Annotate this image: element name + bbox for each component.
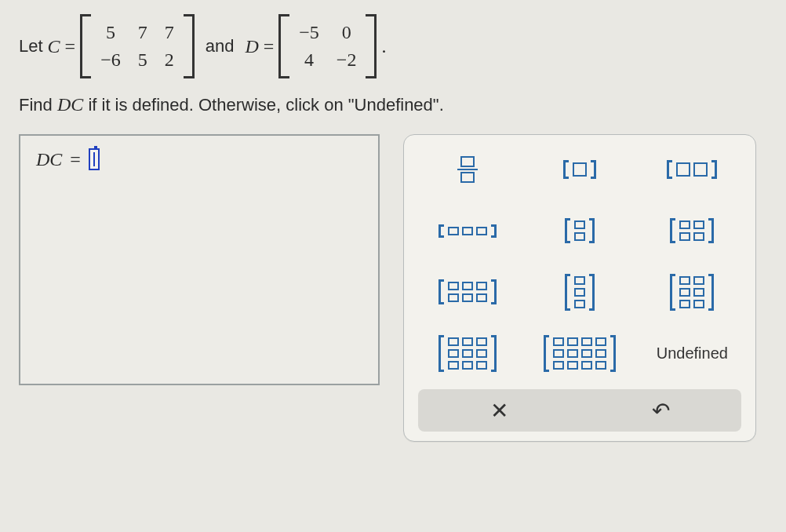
var-C: C xyxy=(48,36,60,57)
matrix-2x1-button[interactable] xyxy=(537,207,623,254)
matrix-3x1-button[interactable] xyxy=(537,268,623,315)
input-palette: Undefined ✕ ↶ xyxy=(403,134,756,442)
answer-equals: = xyxy=(70,149,81,170)
matrix-2x3-button[interactable] xyxy=(424,268,511,315)
matrix-D-cell: 4 xyxy=(299,49,319,71)
matrix-3x2-button[interactable] xyxy=(649,268,735,315)
x-icon: ✕ xyxy=(490,398,508,424)
matrix-1x1-button[interactable] xyxy=(537,146,623,193)
equals-1: = xyxy=(65,36,76,57)
matrix-D-cell: −5 xyxy=(299,22,319,43)
instruction-post: if it is defined. Otherwise, click on "U… xyxy=(83,95,444,115)
matrix-3x4-button[interactable] xyxy=(537,330,623,377)
matrix-D: −5 0 4 −2 xyxy=(278,14,377,78)
matrix-1x3-button[interactable] xyxy=(424,207,511,254)
palette-toolbar: ✕ ↶ xyxy=(418,389,741,432)
matrix-2x2-button[interactable] xyxy=(649,207,735,254)
matrix-D-cell: 0 xyxy=(337,22,357,43)
undefined-button[interactable]: Undefined xyxy=(649,330,735,377)
undo-icon: ↶ xyxy=(652,398,670,424)
var-D: D xyxy=(245,36,258,57)
matrix-C-cell: 5 xyxy=(138,49,147,71)
matrix-C-cell: −6 xyxy=(100,49,121,71)
clear-button[interactable]: ✕ xyxy=(421,389,577,432)
matrix-C-cell: 7 xyxy=(138,22,147,43)
answer-area[interactable]: DC = xyxy=(19,134,380,385)
matrix-C-cell: 2 xyxy=(165,49,174,71)
instruction-pre: Find xyxy=(19,95,57,115)
undo-button[interactable]: ↶ xyxy=(583,389,738,432)
matrix-3x3-button[interactable] xyxy=(424,330,511,377)
instruction-target: DC xyxy=(57,94,83,115)
fraction-button[interactable] xyxy=(424,146,511,193)
period: . xyxy=(381,36,386,57)
let-label: Let xyxy=(19,36,43,56)
matrix-C-cell: 5 xyxy=(100,22,121,43)
equals-2: = xyxy=(264,36,275,57)
matrix-C-cell: 7 xyxy=(165,22,174,43)
instruction-text: Find DC if it is defined. Otherwise, cli… xyxy=(19,94,767,115)
matrix-1x2-button[interactable] xyxy=(649,146,735,193)
problem-definition: Let C = 5 7 7 −6 5 2 and D = −5 0 4 −2 . xyxy=(19,14,767,78)
matrix-C: 5 7 7 −6 5 2 xyxy=(80,14,195,78)
answer-input[interactable] xyxy=(89,148,100,170)
answer-label: DC xyxy=(36,149,62,170)
matrix-D-cell: −2 xyxy=(337,49,357,71)
and-label: and xyxy=(206,36,235,56)
